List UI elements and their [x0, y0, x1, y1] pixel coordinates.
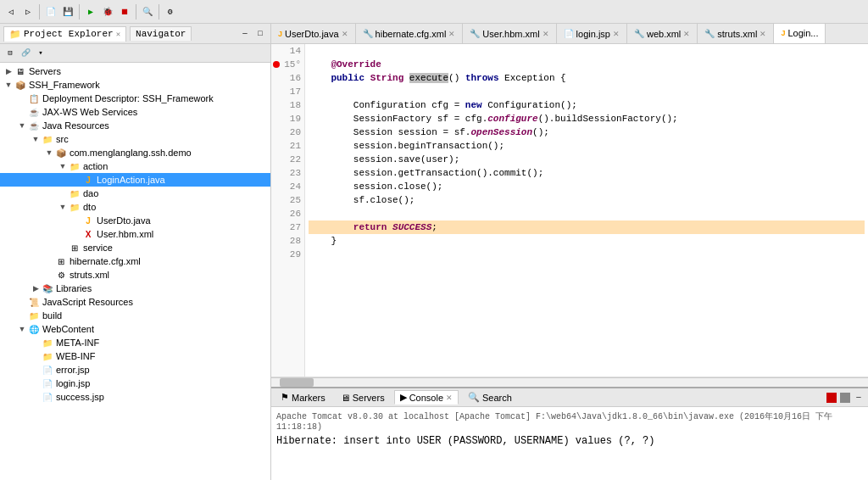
tree-item-deployment[interactable]: 📋 Deployment Descriptor: SSH_Framework: [0, 92, 270, 105]
project-tree[interactable]: ▶ 🖥 Servers ▼ 📦 SSH_Framework 📋 Deployme…: [0, 63, 270, 480]
console-label: Console: [409, 393, 443, 403]
hibernate-cfg-label: hibernate.cfg.xml: [70, 256, 141, 266]
tree-item-hibernate-cfg[interactable]: ⊞ hibernate.cfg.xml: [0, 254, 270, 268]
tab-hibernate-cfg[interactable]: 🔧 hibernate.cfg.xml ✕: [356, 24, 464, 44]
tree-item-dao[interactable]: 📁 dao: [0, 187, 270, 200]
ssh-toggle[interactable]: ▼: [3, 81, 14, 89]
tab-struts-xml[interactable]: 🔧 struts.xml ✕: [698, 24, 774, 44]
tab-login-jsp[interactable]: 📄 login.jsp ✕: [557, 24, 627, 44]
tree-item-login-action[interactable]: J LoginAction.java: [0, 173, 270, 187]
struts-xml-tab-close[interactable]: ✕: [760, 30, 766, 38]
console-stop-btn[interactable]: [826, 392, 837, 404]
tree-item-userhbm[interactable]: X User.hbm.xml: [0, 227, 270, 241]
console-min-btn[interactable]: —: [853, 392, 865, 404]
login-jsp-tab-close[interactable]: ✕: [613, 30, 620, 38]
tab-search[interactable]: 🔍 Search: [462, 390, 518, 405]
toolbar-settings[interactable]: ⚙: [163, 4, 178, 20]
dao-label: dao: [83, 188, 98, 198]
panel-tabs: 📁 Project Explorer ✕ Navigator — □: [0, 24, 270, 44]
panel-toolbar: ⊟ 🔗 ▾: [0, 44, 270, 63]
tree-item-webcontent[interactable]: ▼ 🌐 WebContent: [0, 322, 270, 336]
search-icon: 🔍: [468, 392, 480, 403]
src-toggle[interactable]: ▼: [31, 135, 41, 143]
tree-item-login-jsp[interactable]: 📄 login.jsp: [0, 377, 270, 390]
action-toggle[interactable]: ▼: [58, 162, 68, 170]
dto-toggle[interactable]: ▼: [58, 203, 68, 211]
src-label: src: [56, 134, 69, 144]
tree-item-package[interactable]: ▼ 📦 com.menglanglang.ssh.demo: [0, 146, 270, 159]
user-hbm-tab-close[interactable]: ✕: [542, 30, 549, 38]
tree-item-web-inf[interactable]: 📁 WEB-INF: [0, 349, 270, 363]
struts-xml-tab-icon: 🔧: [704, 29, 715, 38]
tree-item-ssh-framework[interactable]: ▼ 📦 SSH_Framework: [0, 78, 270, 92]
ln-14: 14: [271, 44, 304, 58]
tab-console[interactable]: ▶ Console ✕: [394, 390, 459, 405]
tab-userdto[interactable]: J UserDto.java ✕: [271, 24, 356, 44]
toolbar-sep-3: [136, 4, 136, 20]
throws-kw: throws: [465, 73, 499, 83]
link-editor-btn[interactable]: 🔗: [19, 47, 32, 60]
toolbar-run[interactable]: ▶: [83, 4, 98, 20]
tree-item-dto[interactable]: ▼ 📁 dto: [0, 200, 270, 214]
lib-toggle[interactable]: ▶: [31, 284, 41, 293]
toolbar-fwd[interactable]: ▷: [20, 4, 36, 20]
java-res-toggle[interactable]: ▼: [17, 121, 27, 130]
toolbar-save[interactable]: 💾: [60, 4, 75, 20]
code-content[interactable]: @Override public String execute() throws…: [305, 44, 868, 377]
code-line-22: session.save(user);: [309, 153, 865, 166]
struts-label: struts.xml: [70, 270, 109, 280]
tree-item-error-jsp[interactable]: 📄 error.jsp: [0, 363, 270, 377]
toolbar-debug[interactable]: 🐞: [100, 4, 115, 20]
tree-item-action[interactable]: ▼ 📁 action: [0, 159, 270, 173]
ln-23: 23: [271, 166, 304, 180]
tree-item-build[interactable]: 📁 build: [0, 309, 270, 322]
webinf-label: WEB-INF: [56, 351, 95, 361]
tab-login-action[interactable]: J Login...: [774, 24, 826, 44]
hscroll-thumb[interactable]: [280, 378, 314, 387]
success-val: SUCCESS: [392, 222, 431, 232]
editor-hscroll[interactable]: [271, 377, 868, 387]
tree-item-struts[interactable]: ⚙ struts.xml: [0, 268, 270, 282]
tree-item-success-jsp[interactable]: 📄 success.jsp: [0, 390, 270, 404]
userdto-tab-close[interactable]: ✕: [342, 30, 348, 38]
servers-label: Servers: [29, 66, 61, 76]
minimize-btn[interactable]: —: [238, 27, 252, 41]
tab-web-xml[interactable]: 🔧 web.xml ✕: [627, 24, 698, 44]
tree-item-libraries[interactable]: ▶ 📚 Libraries: [0, 282, 270, 295]
tab-project-explorer[interactable]: 📁 Project Explorer ✕: [3, 26, 126, 42]
console-close-btn[interactable]: [839, 392, 851, 404]
tree-item-servers[interactable]: ▶ 🖥 Servers: [0, 64, 270, 78]
web-xml-tab-close[interactable]: ✕: [683, 30, 690, 38]
tab-user-hbm[interactable]: 🔧 User.hbm.xml ✕: [463, 24, 556, 44]
tree-item-jaxws[interactable]: ☕ JAX-WS Web Services: [0, 105, 270, 119]
servers-toggle[interactable]: ▶: [3, 67, 14, 75]
project-explorer-close[interactable]: ✕: [116, 30, 120, 39]
bottom-panel: ⚑ Markers 🖥 Servers ▶ Console ✕ 🔍 Search: [271, 387, 868, 480]
tree-item-src[interactable]: ▼ 📁 src: [0, 132, 270, 146]
toolbar-back[interactable]: ◁: [3, 4, 19, 20]
hibernate-cfg-tab-close[interactable]: ✕: [448, 30, 455, 38]
tree-item-java-resources[interactable]: ▼ ☕ Java Resources: [0, 119, 270, 132]
tree-item-meta-inf[interactable]: 📁 META-INF: [0, 336, 270, 349]
tab-navigator[interactable]: Navigator: [130, 26, 192, 41]
tree-item-service[interactable]: ⊞ service: [0, 241, 270, 254]
console-tab-close[interactable]: ✕: [446, 393, 453, 402]
toolbar-stop[interactable]: ⏹: [117, 4, 132, 20]
tree-item-userdto[interactable]: J UserDto.java: [0, 214, 270, 227]
web-toggle[interactable]: ▼: [17, 325, 27, 333]
tree-item-js-resources[interactable]: 📜 JavaScript Resources: [0, 295, 270, 309]
code-editor[interactable]: 14 15° 16 17 18 19 20 21 22 23 24 25 26 …: [271, 44, 868, 377]
service-icon: ⊞: [68, 242, 81, 254]
toolbar-search[interactable]: 🔍: [140, 4, 155, 20]
panel-menu-btn[interactable]: ▾: [34, 47, 47, 60]
tab-markers[interactable]: ⚑ Markers: [275, 390, 331, 405]
pkg-toggle[interactable]: ▼: [44, 148, 54, 157]
collapse-all-btn[interactable]: ⊟: [3, 47, 17, 60]
code-line-26: [309, 207, 865, 220]
toolbar-new[interactable]: 📄: [43, 4, 58, 20]
bottom-tab-controls: —: [826, 392, 865, 404]
tab-servers[interactable]: 🖥 Servers: [335, 391, 391, 405]
maximize-btn[interactable]: □: [253, 27, 267, 41]
login-jsp-tab-label: login.jsp: [576, 29, 610, 39]
console-output: Apache Tomcat v8.0.30 at localhost [Apac…: [271, 407, 868, 480]
